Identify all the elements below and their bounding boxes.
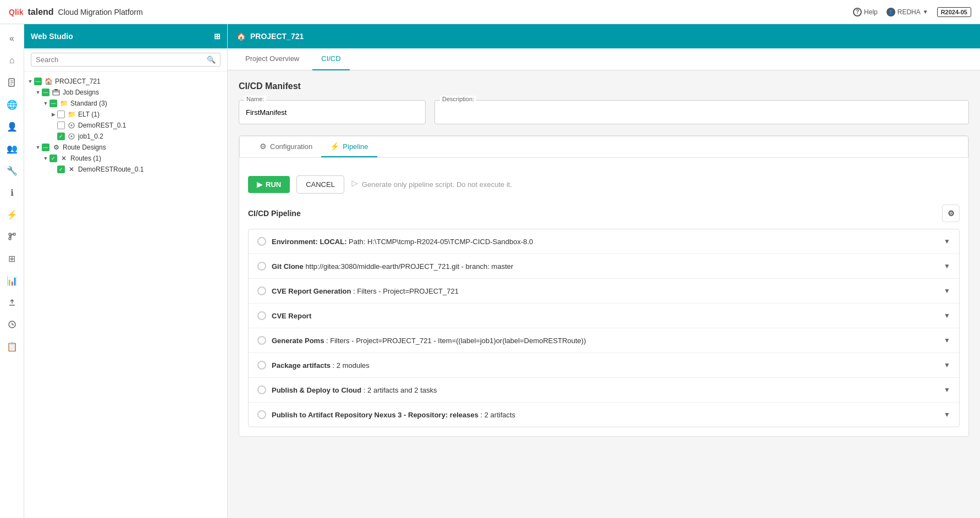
nav-globe-button[interactable]: 🌐 xyxy=(2,95,22,114)
pipeline-item-5[interactable]: Generate Poms : Filters - Project=PROJEC… xyxy=(249,328,959,353)
tree-item-demorest[interactable]: ▶ DemoREST_0.1 xyxy=(24,120,227,131)
tab-configuration[interactable]: ⚙ Configuration xyxy=(251,136,321,157)
expand-icon[interactable]: ⊞ xyxy=(214,32,221,41)
tree-label-project: PROJECT_721 xyxy=(55,78,101,85)
pipeline-radio-5 xyxy=(257,336,266,345)
pipeline-settings-button[interactable]: ⚙ xyxy=(942,205,960,222)
tree-icon-routedesigns: ⚙ xyxy=(52,143,60,152)
nav-branches-button[interactable] xyxy=(2,227,22,246)
tree-checkbox-job1[interactable]: ✓ xyxy=(57,133,65,140)
project-home-icon: 🏠 xyxy=(236,32,246,41)
pipeline-item-7[interactable]: Publish & Deploy to Cloud : 2 artifacts … xyxy=(249,378,959,403)
nav-document-button[interactable] xyxy=(2,73,22,92)
nav-group-button[interactable]: 👥 xyxy=(2,139,22,158)
pipeline-item-2[interactable]: Git Clone http://gitea:3080/middle-earth… xyxy=(249,254,959,279)
generate-icon xyxy=(351,180,359,189)
svg-line-11 xyxy=(12,324,14,325)
nav-report-button[interactable]: 📋 xyxy=(2,337,22,356)
tabs-bar: Project Overview CI/CD xyxy=(228,48,980,70)
tree-checkbox-elt[interactable] xyxy=(57,111,65,118)
svg-point-6 xyxy=(13,233,15,235)
pipeline-item-8[interactable]: Publish to Artifact Repository Nexus 3 -… xyxy=(249,403,959,427)
nav-home-button[interactable]: ⌂ xyxy=(2,51,22,70)
cicd-section-title: CI/CD Manifest xyxy=(239,81,969,91)
pipeline-item-7-text: Publish & Deploy to Cloud : 2 artifacts … xyxy=(272,386,437,394)
generate-text: Generate only pipeline script. Do not ex… xyxy=(351,180,512,189)
sidebar-collapse-button[interactable]: « xyxy=(2,29,22,48)
nav-person-button[interactable]: 👤 xyxy=(2,117,22,136)
config-pipeline-tabs: ⚙ Configuration ⚡ Pipeline xyxy=(239,136,968,158)
description-input[interactable] xyxy=(434,100,969,124)
chevron-down-3: ▼ xyxy=(944,287,950,295)
pipeline-item-4-text: CVE Report xyxy=(272,312,311,320)
nav-upload-button[interactable] xyxy=(2,293,22,312)
tree-item-jobdesigns[interactable]: ▼ — Job Designs xyxy=(24,87,227,98)
search-input[interactable] xyxy=(36,56,207,64)
nav-grid-button[interactable]: ⊞ xyxy=(2,249,22,268)
pipeline-item-1-left: Environment: LOCAL: Path: H:\TCMP\tcmp-R… xyxy=(257,237,533,246)
pipeline-item-4-left: CVE Report xyxy=(257,311,311,320)
lightning-tab-icon: ⚡ xyxy=(330,142,339,151)
tree-item-job1[interactable]: ▶ ✓ job1_0.2 xyxy=(24,131,227,142)
tab-pipeline[interactable]: ⚡ Pipeline xyxy=(321,136,377,157)
pipeline-item-4[interactable]: CVE Report ▼ xyxy=(249,304,959,328)
tree-item-standard[interactable]: ▼ — 📁 Standard (3) xyxy=(24,98,227,109)
chevron-down-1: ▼ xyxy=(944,238,950,245)
nav-lightning-button[interactable]: ⚡ xyxy=(2,205,22,224)
header-icons: ⊞ xyxy=(214,32,221,41)
tree-checkbox-demorest[interactable] xyxy=(57,122,65,129)
name-field-group: Name: xyxy=(239,100,426,124)
tree-icon-jobdesigns xyxy=(52,88,60,97)
tree-checkbox-routedesigns[interactable]: — xyxy=(42,144,49,151)
tree-checkbox-project[interactable]: — xyxy=(34,78,42,85)
pipeline-item-1-text: Environment: LOCAL: Path: H:\TCMP\tcmp-R… xyxy=(272,238,533,246)
pipeline-item-5-text: Generate Poms : Filters - Project=PROJEC… xyxy=(272,337,586,345)
top-bar: Qlik talend Cloud Migration Platform ? H… xyxy=(0,0,980,24)
svg-point-5 xyxy=(9,238,11,240)
tree-checkbox-jobdesigns[interactable]: — xyxy=(42,89,49,96)
pipeline-radio-8 xyxy=(257,410,266,419)
run-button[interactable]: ▶ RUN xyxy=(248,176,290,193)
nav-clock-button[interactable] xyxy=(2,315,22,334)
action-row: ▶ RUN CANCEL Generate only pipeline scri… xyxy=(248,175,960,194)
web-studio-title: Web Studio xyxy=(31,32,73,41)
tree-item-elt[interactable]: ▶ 📁 ELT (1) xyxy=(24,109,227,120)
help-button[interactable]: ? Help xyxy=(853,8,878,16)
tree-icon-routes: ✕ xyxy=(59,154,68,163)
tree-label-job1: job1_0.2 xyxy=(78,133,103,140)
tree-item-routes[interactable]: ▼ ✓ ✕ Routes (1) xyxy=(24,153,227,164)
tree-item-routedesigns[interactable]: ▼ — ⚙ Route Designs xyxy=(24,142,227,153)
nav-chart-button[interactable]: 📊 xyxy=(2,271,22,290)
pipeline-item-3[interactable]: CVE Report Generation : Filters - Projec… xyxy=(249,279,959,304)
tree-label-jobdesigns: Job Designs xyxy=(63,89,99,96)
name-input[interactable] xyxy=(239,100,426,124)
nav-tools-button[interactable]: 🔧 xyxy=(2,161,22,180)
nav-info-button[interactable]: ℹ xyxy=(2,183,22,202)
pipeline-item-6[interactable]: Package artifacts : 2 modules ▼ xyxy=(249,353,959,378)
pipeline-radio-2 xyxy=(257,262,266,271)
cancel-button[interactable]: CANCEL xyxy=(296,175,344,194)
user-menu-button[interactable]: 👤 REDHA ▼ xyxy=(887,8,928,16)
svg-marker-16 xyxy=(352,181,357,186)
project-title: PROJECT_721 xyxy=(250,32,304,41)
tree-arrow-routes: ▼ xyxy=(42,156,49,161)
tree-arrow-standard: ▼ xyxy=(42,101,49,106)
tree-label-routes: Routes (1) xyxy=(70,155,101,162)
app-title: Cloud Migration Platform xyxy=(58,8,143,16)
tree-arrow-jobdesigns: ▼ xyxy=(34,90,42,95)
search-input-wrap[interactable]: 🔍 xyxy=(31,53,221,67)
tree-item-demorestroute[interactable]: ▶ ✓ ✕ DemoRESTRoute_0.1 xyxy=(24,164,227,175)
pipeline-item-2-text: Git Clone http://gitea:3080/middle-earth… xyxy=(272,262,513,271)
chevron-down-8: ▼ xyxy=(944,411,950,418)
tree-checkbox-demorestroute[interactable]: ✓ xyxy=(57,166,65,173)
tree-checkbox-routes[interactable]: ✓ xyxy=(49,155,57,162)
tree-item-project[interactable]: ▼ — 🏠 PROJECT_721 xyxy=(24,76,227,87)
tree-checkbox-standard[interactable]: — xyxy=(49,100,57,107)
pipeline-item-1[interactable]: Environment: LOCAL: Path: H:\TCMP\tcmp-R… xyxy=(249,229,959,254)
pipeline-section: CI/CD Pipeline ⚙ Environment: LOCAL: Pat… xyxy=(248,205,960,427)
tree-icon-job1 xyxy=(67,132,76,141)
tab-project-overview[interactable]: Project Overview xyxy=(236,48,308,70)
tab-cicd[interactable]: CI/CD xyxy=(312,48,349,70)
run-icon: ▶ xyxy=(257,180,262,189)
pipeline-item-5-left: Generate Poms : Filters - Project=PROJEC… xyxy=(257,336,586,345)
